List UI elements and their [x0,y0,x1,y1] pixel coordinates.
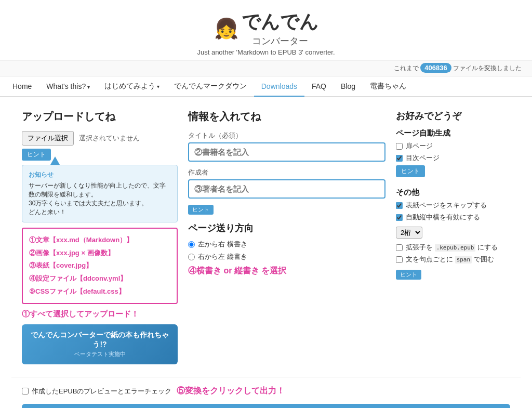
upload-hint-button[interactable]: ヒント [22,149,51,161]
logo-icon: 👧 [214,17,238,40]
file-item-1: ①文章【xxx.md（Markdown）】 [29,234,170,247]
skip-cover-checkbox[interactable] [396,202,403,209]
counter-bar: これまで 406836 ファイルを変換しました [0,61,532,76]
skip-cover-label: 表紙ページをスキップする [406,201,487,210]
radio-ltr-row: 左から右 横書き [188,240,385,249]
direction-title: ページ送り方向 [188,222,385,234]
convert-hint: ⑤変換をクリックして出力！ [177,386,285,397]
cover-page-row: 扉ページ [396,141,510,151]
options-title: お好みでどうぞ [396,110,510,122]
span-checkbox[interactable] [396,256,403,263]
nav-markdown[interactable]: でんでんマークダウン [167,76,254,96]
file-item-5: ⑤CSSファイル【default.css】 [29,285,170,298]
info-title: 情報を入れてね [188,110,385,124]
nav-faq[interactable]: FAQ [304,77,334,96]
counter-label: これまで [394,64,419,72]
span-row: 文を句点ごとに span で囲む [396,255,510,264]
skip-cover-row: 表紙ページをスキップする [396,201,510,210]
vertical-center-checkbox[interactable] [396,214,403,221]
site-header: 👧 でんでん コンバーター Just another 'Markdown to … [0,0,532,61]
upload-instruction: ①すべて選択してアップロード！ [22,309,178,319]
no-file-label: 選択されていません [79,134,140,143]
file-select-row: ファイル選択 選択されていません [22,131,178,146]
author-input[interactable] [188,179,385,199]
title-input[interactable] [188,142,385,162]
extension-row: 拡張子を .kepub.epub にする [396,243,510,252]
radio-ltr-label: 左から右 横書き [198,240,247,249]
file-select-button[interactable]: ファイル選択 [22,131,74,146]
preview-row: 作成したEPUBのプレビューとエラーチェック ⑤変換をクリックして出力！ [22,386,510,397]
page-gen-title: ページ自動生成 [396,128,510,138]
nav-densho[interactable]: 電書ちゃん [363,76,414,96]
notice-box: お知らせ サーバーが新しくなり性能が向上したので、文字数の制限を緩和します。 3… [22,165,178,222]
extension-label: 拡張子を .kepub.epub にする [406,243,498,252]
banner-text: でんでんコンバーターで紙の本も作れちゃう!? [30,331,169,349]
notice-arrow [50,156,60,165]
toc-page-row: 目次ページ [396,153,510,163]
title-field-label: タイトル（必須） [188,131,385,140]
author-field-label: 作成者 [188,168,385,177]
radio-ltr[interactable] [188,241,195,248]
main-nav: Home What's this? はじめてみよう でんでんマークダウン Dow… [0,76,532,97]
other-hint-button[interactable]: ヒント [396,270,421,280]
tagline: Just another 'Markdown to EPUB 3' conver… [0,48,532,56]
page-gen-hint-button[interactable]: ヒント [396,165,425,177]
extension-checkbox[interactable] [396,244,403,251]
vertical-center-label: 自動縦中横を有効にする [406,213,480,222]
cover-page-checkbox[interactable] [396,143,403,150]
convert-button[interactable]: 変換 [22,404,510,408]
digit-select[interactable]: 1桁 2桁 3桁 [396,227,422,239]
options-column: お好みでどうぞ ページ自動生成 扉ページ 目次ページ ヒント その他 表紙ページ… [396,110,510,364]
nav-blog[interactable]: Blog [334,77,363,96]
counter-suffix: ファイルを変換しました [453,64,522,72]
preview-label: 作成したEPUBのプレビューとエラーチェック [32,387,171,396]
footer-bar: 作成したEPUBのプレビューとエラーチェック ⑤変換をクリックして出力！ 変換 [11,377,521,408]
file-list-box: ①文章【xxx.md（Markdown）】 ②画像【xxx.jpg × 画像数】… [22,228,178,304]
notice-body: サーバーが新しくなり性能が向上したので、文字数の制限を緩和します。 30万字くら… [29,181,171,217]
nav-whats-this[interactable]: What's this? [39,77,97,96]
file-item-2: ②画像【xxx.jpg × 画像数】 [29,247,170,260]
cover-page-label: 扉ページ [406,141,433,151]
radio-rtl-label: 右から左 縦書き [198,252,247,261]
toc-page-label: 目次ページ [406,153,440,163]
info-column: 情報を入れてね タイトル（必須） 作成者 ヒント ページ送り方向 左から右 横書… [188,110,385,364]
toc-page-checkbox[interactable] [396,155,403,162]
upload-title: アップロードしてね [22,110,178,124]
nav-downloads[interactable]: Downloads [254,77,304,97]
vertical-center-row: 自動縦中横を有効にする [396,213,510,222]
radio-rtl-row: 右から左 縦書き [188,252,385,261]
preview-check: 作成したEPUBのプレビューとエラーチェック [22,387,171,396]
file-item-4: ④設定ファイル【ddconv.yml】 [29,272,170,285]
main-content: アップロードしてね ファイル選択 選択されていません ヒント お知らせ サーバー… [11,97,521,377]
counter-badge: 406836 [420,63,451,73]
other-title: その他 [396,188,510,198]
span-label: 文を句点ごとに span で囲む [406,255,494,264]
file-item-3: ③表紙【cover.jpg】 [29,259,170,272]
logo-kana: コンバーター [242,35,318,47]
radio-rtl[interactable] [188,254,195,260]
info-hint-button[interactable]: ヒント [188,205,214,215]
preview-checkbox[interactable] [22,388,29,394]
logo-text: でんでん [242,9,318,35]
direction-hint: ④横書き or 縦書き を選択 [188,266,385,277]
upload-column: アップロードしてね ファイル選択 選択されていません ヒント お知らせ サーバー… [22,110,178,364]
nav-home[interactable]: Home [5,77,39,96]
site-logo: 👧 でんでん コンバーター [0,9,532,47]
nav-hajimete[interactable]: はじめてみよう [97,76,167,96]
notice-title: お知らせ [29,170,171,179]
banner-sub: ベータテスト実施中 [30,350,169,358]
promo-banner: でんでんコンバーターで紙の本も作れちゃう!? ベータテスト実施中 [22,324,178,364]
